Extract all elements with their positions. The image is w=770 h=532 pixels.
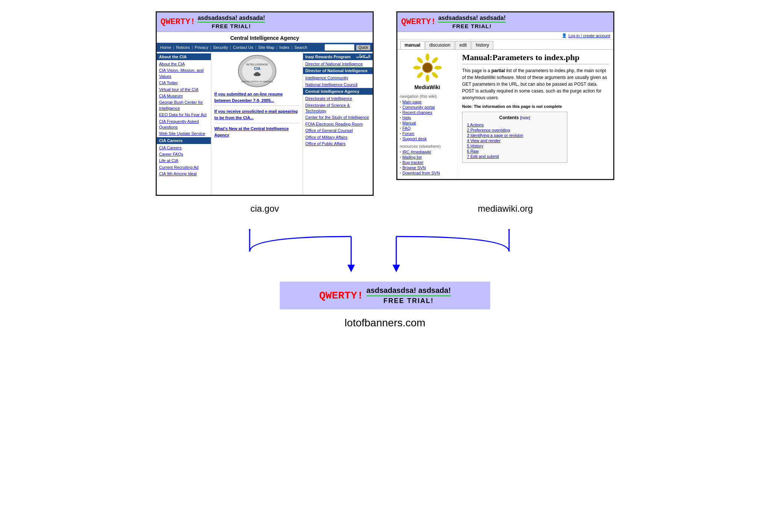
cia-link-museum[interactable]: CIA Museum (157, 93, 211, 99)
mw-toc-7[interactable]: 7 Edit and submit (467, 154, 562, 159)
tab-manual[interactable]: manual (400, 41, 424, 49)
mw-note: Note: The information on this page is no… (462, 104, 609, 109)
mw-toc-4[interactable]: 4 View and render (467, 138, 562, 143)
cia-link-bush[interactable]: George Bush Center for Intelligence (157, 99, 211, 112)
cia-dst[interactable]: Directorate of Science & Technology (303, 102, 373, 115)
mw-toc: Contents [hide] 1 Actions 2 Preference o… (462, 112, 567, 163)
cia-link-faq[interactable]: CIA Frequently Asked Questions (157, 118, 211, 131)
svg-point-8 (434, 66, 442, 70)
svg-point-12 (413, 66, 421, 70)
mw-nav-faq: FAQ (400, 126, 455, 130)
svg-point-10 (426, 74, 429, 82)
bottom-banner-line2: FREE TRIAL! (367, 297, 451, 305)
cia-link-virtual[interactable]: Virtual tour of the CIA (157, 86, 211, 93)
cia-nav-privacy[interactable]: Privacy (194, 45, 209, 50)
cia-quick-button[interactable]: Quick (356, 45, 370, 50)
cia-link-recruiting[interactable]: Current Recruiting Ad (157, 164, 211, 171)
cia-opa[interactable]: Office of Public Affairs (303, 141, 373, 147)
svg-point-7 (431, 56, 439, 64)
mw-banner-qwerty: QWERTY! (401, 17, 436, 27)
cia-banner-underline (197, 22, 265, 23)
mw-main-content: Manual:Parameters to index.php This page… (458, 50, 613, 179)
mw-toc-3[interactable]: 3 Identifying a page or revision (467, 133, 562, 138)
cia-nav-search[interactable]: Search (293, 45, 309, 50)
mw-page-title: Manual:Parameters to index.php (462, 53, 609, 64)
mediawiki-browser-window: QWERTY! asdsadasdsa! asdsada! FREE TRIAL… (396, 11, 614, 180)
mw-toc-1[interactable]: 1 Actions (467, 123, 562, 127)
mw-sidebar: MediaWiki navigation (this wiki) Main pa… (397, 50, 458, 179)
bottom-banner-underline (367, 296, 451, 296)
cia-nav-security[interactable]: Security (212, 45, 229, 50)
tab-edit[interactable]: edit (455, 41, 471, 49)
svg-point-1 (242, 59, 272, 83)
mw-nav-manual: Manual (400, 121, 455, 125)
svg-point-6 (426, 53, 429, 61)
bottom-banner-qwerty: QWERTY! (319, 290, 364, 302)
mw-nav-title2: resources (elsewhere) (400, 144, 455, 149)
mw-login-link[interactable]: Log in / create account (568, 33, 610, 38)
svg-point-11 (416, 71, 424, 79)
cia-link-life[interactable]: Life at CIA (157, 158, 211, 164)
cia-site-label: cia.gov (156, 203, 374, 214)
cia-link-about[interactable]: About the CIA (157, 61, 211, 67)
mw-logo-text: MediaWiki (400, 84, 455, 90)
cia-page-title: Central Intelligence Agency (157, 32, 373, 43)
cia-link-eeo[interactable]: EEO Data for No Fear Act (157, 112, 211, 118)
tab-history[interactable]: history (471, 41, 493, 49)
mw-toc-6[interactable]: 6 Raw (467, 149, 562, 153)
mw-topbar: 👤 Log in / create account (397, 32, 613, 39)
cia-link-careers[interactable]: CIA Careers (157, 145, 211, 151)
bottom-site-label: lotofbanners.com (345, 317, 426, 329)
svg-text:UNITED STATES OF AMERICA: UNITED STATES OF AMERICA (241, 80, 273, 83)
cia-nav-index[interactable]: Index (278, 45, 291, 50)
cia-link-vision[interactable]: CIA Vision, Mission, and Values (157, 67, 211, 80)
cia-search-box: Quick (324, 44, 370, 51)
svg-text:INTELLIGENGE: INTELLIGENGE (246, 63, 268, 66)
cia-nav-bar: Home | Notices | Privacy | Security | Co… (157, 43, 373, 52)
svg-point-9 (431, 71, 439, 79)
mw-nav-irc: IRC #mediawiki (400, 150, 455, 154)
mw-nav-mailing: Mailing list (400, 155, 455, 159)
mw-toc-5[interactable]: 5 History (467, 144, 562, 148)
bottom-banner-line1: asdsadasdsa! asdsada! (367, 286, 451, 295)
cia-nav-contact[interactable]: Contact Us (232, 45, 254, 50)
cia-oma[interactable]: Office of Military Affairs (303, 134, 373, 141)
cia-csi[interactable]: Center for the Study of Intelligence (303, 114, 373, 121)
cia-nav-home[interactable]: Home (159, 45, 172, 50)
cia-whats-new-link[interactable]: What's New at the Central Intelligence A… (214, 126, 300, 138)
cia-sidebar-section1: About the CIA (157, 53, 211, 60)
cia-right-section1: Iraqi Rewards Program المكافآت (303, 53, 373, 60)
cia-link-career-faqs[interactable]: Career FAQs (157, 151, 211, 158)
mw-logo: MediaWiki (400, 53, 455, 90)
mw-nav-bugs: Bug tracker (400, 160, 455, 165)
cia-link-today[interactable]: CIA Today (157, 80, 211, 86)
cia-email-link[interactable]: If you receive unsolicited e-mail appear… (214, 108, 300, 121)
cia-link-update[interactable]: Web Site Update Service (157, 130, 211, 137)
cia-seal-image: INTELLIGENGE CIA UNITED STATES OF AMERIC… (235, 54, 280, 88)
cia-right-section2: Director of National Intelligence (303, 67, 373, 74)
mw-toc-hide[interactable]: [hide] (520, 115, 530, 120)
mw-nav-download: Download from SVN (400, 171, 455, 175)
cia-nav-notices[interactable]: Notices (175, 45, 191, 50)
mw-banner[interactable]: QWERTY! asdsadasdsa! asdsada! FREE TRIAL… (397, 12, 613, 32)
cia-dni-link1[interactable]: Director of National Intelligence (303, 61, 373, 67)
cia-nav-sitemap[interactable]: Site Map (257, 45, 276, 50)
svg-marker-20 (347, 265, 355, 272)
tab-discussion[interactable]: discussion (425, 41, 455, 49)
cia-link-9th[interactable]: CIA 9th Among Ideal (157, 171, 211, 177)
cia-content: About the CIA About the CIA CIA Vision, … (157, 52, 373, 195)
bottom-banner[interactable]: QWERTY! asdsadasdsa! asdsada! FREE TRIAL… (280, 282, 490, 309)
cia-intel-community[interactable]: Intelligence Community (303, 75, 373, 81)
mw-body: MediaWiki navigation (this wiki) Main pa… (397, 50, 613, 179)
connector-arrows-svg (141, 229, 629, 274)
cia-banner[interactable]: QWERTY! asdsadasdsa! asdsada! FREE TRIAL… (157, 12, 373, 32)
cia-foia[interactable]: FOIA Electronic Reading Room (303, 121, 373, 127)
cia-doi[interactable]: Directorate of Intelligence (303, 95, 373, 102)
cia-nic[interactable]: National Intelligence Council (303, 82, 373, 88)
cia-search-input[interactable] (324, 44, 355, 51)
mw-banner-line2: FREE TRIAL! (438, 23, 506, 29)
svg-point-14 (423, 63, 432, 72)
cia-resume-link[interactable]: If you submitted an on-line resume betwe… (214, 91, 300, 103)
mw-toc-2[interactable]: 2 Preference overriding (467, 128, 562, 132)
cia-ogc[interactable]: Office of General Counsel (303, 127, 373, 134)
